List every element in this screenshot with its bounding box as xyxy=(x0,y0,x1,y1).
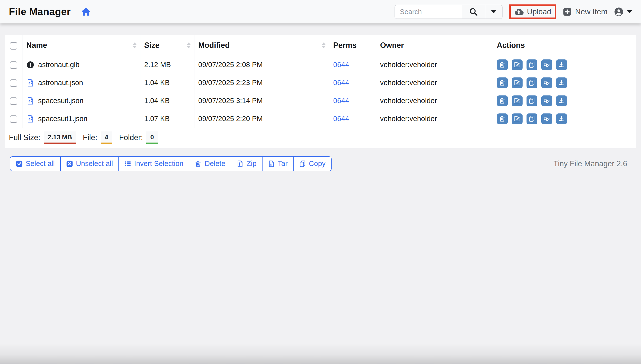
file-name[interactable]: spacesuit1.json xyxy=(38,115,88,123)
bulk-actions-group: Select all Unselect all xyxy=(10,156,332,171)
row-edit-button[interactable] xyxy=(512,60,522,70)
row-delete-button[interactable] xyxy=(497,114,508,124)
chevron-down-icon xyxy=(491,10,496,13)
directory-summary: Full Size: 2.13 MB File: 4 Folder: 0 xyxy=(5,128,636,148)
table-row: astronaut.glb 2.12 MB 09/07/2025 2:08 PM… xyxy=(5,56,636,74)
copy-icon xyxy=(299,160,306,167)
row-edit-button[interactable] xyxy=(512,96,522,106)
row-delete-button[interactable] xyxy=(497,96,508,106)
row-checkbox[interactable] xyxy=(10,98,17,105)
tar-button[interactable]: Tar xyxy=(262,157,293,171)
delete-button[interactable]: Delete xyxy=(189,157,231,171)
file-zip-icon xyxy=(237,160,244,167)
row-link-button[interactable] xyxy=(541,96,552,106)
folder-count-label: Folder: xyxy=(119,133,143,142)
info-circle-icon[interactable] xyxy=(27,61,34,69)
row-copy-button[interactable] xyxy=(526,96,537,106)
select-all-button[interactable]: Select all xyxy=(10,157,60,171)
search-input[interactable] xyxy=(395,5,462,18)
row-copy-button[interactable] xyxy=(526,60,537,70)
file-count-value: 4 xyxy=(101,132,112,144)
file-name[interactable]: spacesuit.json xyxy=(38,97,84,105)
table-row: spacesuit1.json 1.07 KB 09/07/2025 2:20 … xyxy=(5,110,636,128)
file-perms-link[interactable]: 0644 xyxy=(333,115,349,122)
row-download-button[interactable] xyxy=(556,96,567,106)
file-perms-link[interactable]: 0644 xyxy=(333,97,349,104)
full-size-value: 2.13 MB xyxy=(44,132,76,144)
file-size: 2.12 MB xyxy=(140,56,194,74)
edit-icon xyxy=(514,116,520,122)
home-icon[interactable] xyxy=(81,7,91,16)
unselect-all-button[interactable]: Unselect all xyxy=(60,157,119,171)
row-copy-button[interactable] xyxy=(526,114,537,124)
row-checkbox[interactable] xyxy=(10,80,17,87)
file-perms-link[interactable]: 0644 xyxy=(333,79,349,86)
row-link-button[interactable] xyxy=(541,78,552,88)
file-perms-link[interactable]: 0644 xyxy=(333,61,349,68)
file-modified: 09/07/2025 2:08 PM xyxy=(194,56,329,74)
link-icon xyxy=(543,62,550,68)
table-row: astronaut.json 1.04 KB 09/07/2025 2:23 P… xyxy=(5,74,636,92)
file-count-label: File: xyxy=(83,133,98,142)
column-header-modified[interactable]: Modified xyxy=(194,35,329,56)
main-content: Name Size Modified Perms Owner xyxy=(0,24,641,171)
row-copy-button[interactable] xyxy=(526,78,537,88)
search-type-dropdown[interactable] xyxy=(485,5,502,18)
file-table: Name Size Modified Perms Owner xyxy=(5,35,636,128)
column-header-size[interactable]: Size xyxy=(140,35,194,56)
file-owner: veholder:veholder xyxy=(376,56,493,74)
top-navbar: File Manager xyxy=(0,0,641,24)
search-button[interactable] xyxy=(462,5,485,18)
file-name[interactable]: astronaut.glb xyxy=(38,61,80,69)
column-header-name[interactable]: Name xyxy=(22,35,140,56)
file-modified: 09/07/2025 2:23 PM xyxy=(194,74,329,92)
app-title: File Manager xyxy=(9,6,71,17)
copy-icon xyxy=(528,116,535,122)
upload-highlight-box: Upload xyxy=(509,4,556,19)
file-code-icon xyxy=(27,79,34,87)
upload-button[interactable]: Upload xyxy=(514,7,551,16)
row-link-button[interactable] xyxy=(541,114,552,124)
navbar-controls: Upload New Item xyxy=(394,4,632,19)
copy-button[interactable]: Copy xyxy=(293,157,331,171)
trash-icon xyxy=(499,116,505,122)
link-icon xyxy=(543,98,550,104)
folder-count-value: 0 xyxy=(146,132,158,144)
invert-selection-button[interactable]: Invert Selection xyxy=(119,157,189,171)
copy-icon xyxy=(528,62,535,68)
new-item-button[interactable]: New Item xyxy=(563,8,607,16)
file-code-icon xyxy=(27,97,34,105)
sort-icon xyxy=(322,42,326,48)
upload-button-label: Upload xyxy=(527,8,551,16)
file-size: 1.04 KB xyxy=(140,74,194,92)
file-owner: veholder:veholder xyxy=(376,110,493,128)
row-download-button[interactable] xyxy=(556,114,567,124)
link-icon xyxy=(543,116,550,122)
table-row: spacesuit.json 1.04 KB 09/07/2025 3:14 P… xyxy=(5,92,636,110)
row-checkbox[interactable] xyxy=(10,116,17,123)
person-circle-icon xyxy=(614,7,624,17)
row-delete-button[interactable] xyxy=(497,60,508,70)
column-header-actions: Actions xyxy=(493,35,636,56)
x-square-icon xyxy=(66,160,73,167)
row-download-button[interactable] xyxy=(556,60,567,70)
chevron-down-icon xyxy=(627,10,632,13)
file-name[interactable]: astronaut.json xyxy=(38,79,83,87)
download-icon xyxy=(558,80,565,86)
row-download-button[interactable] xyxy=(556,78,567,88)
file-size: 1.04 KB xyxy=(140,92,194,110)
copy-icon xyxy=(528,98,535,104)
file-zip-icon xyxy=(268,160,275,167)
row-delete-button[interactable] xyxy=(497,78,508,88)
row-checkbox[interactable] xyxy=(10,62,17,69)
account-menu-button[interactable] xyxy=(614,7,632,17)
row-edit-button[interactable] xyxy=(512,78,522,88)
select-all-checkbox[interactable] xyxy=(10,42,17,50)
file-modified: 09/07/2025 2:20 PM xyxy=(194,110,329,128)
edit-icon xyxy=(514,80,520,86)
zip-button[interactable]: Zip xyxy=(231,157,262,171)
row-link-button[interactable] xyxy=(541,60,552,70)
download-icon xyxy=(558,98,565,104)
row-edit-button[interactable] xyxy=(512,114,522,124)
sort-icon xyxy=(187,42,191,48)
